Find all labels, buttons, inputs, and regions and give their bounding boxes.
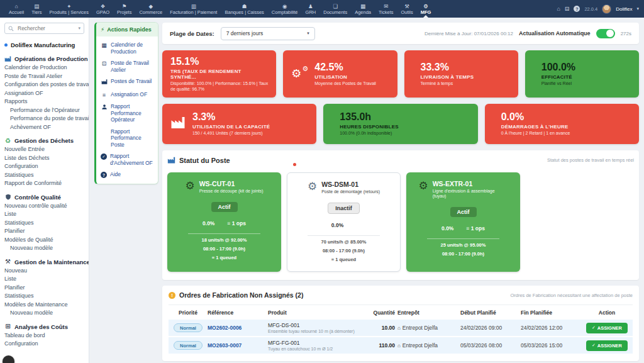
sidebar-item-qualite-statistiques[interactable]: Statistiques bbox=[4, 220, 84, 226]
workstation-card-ws-dsm-01[interactable]: ⚙ WS-DSM-01 Poste de démontage (retours)… bbox=[287, 172, 401, 272]
nav-item-mfg[interactable]: ⚙MFG bbox=[417, 0, 435, 18]
sidebar-item-modeles-maintenance[interactable]: Modèles de Maintenance bbox=[4, 302, 84, 308]
sidebar-item-configuration-postes[interactable]: Configuration des postes de travail bbox=[4, 82, 84, 88]
nav-item-outils[interactable]: ⚒Outils bbox=[397, 0, 417, 18]
sidebar-item-maintenance-nouveau-modele[interactable]: Nouveau modèle bbox=[4, 310, 84, 316]
floating-button[interactable] bbox=[3, 355, 14, 363]
sidebar-item-liste-dechets[interactable]: Liste des Déchets bbox=[4, 155, 84, 162]
quick-action-postes-de-travail[interactable]: Postes de Travail bbox=[96, 75, 158, 88]
quick-action-rapport-achevement-of[interactable]: ✓ Rapport d'Achèvement OF bbox=[96, 150, 158, 168]
sidebar-item-dechets-configuration[interactable]: Configuration bbox=[4, 164, 84, 170]
kpi-subtitle: Terminé à temps bbox=[421, 81, 474, 87]
left-sidebar: ▾ Doliflex Manufacturing Opérations de P… bbox=[0, 18, 89, 363]
sidebar-item-couts-configuration[interactable]: Configuration bbox=[4, 341, 84, 347]
sidebar-item-nouvelle-entree[interactable]: Nouvelle Entrée bbox=[4, 147, 84, 153]
bolt-icon: ⚡ bbox=[101, 26, 104, 33]
date-range-select[interactable]: 7 derniers jours ▾ bbox=[221, 27, 315, 40]
kpi-subtitle: 100.0% (0.0h indisponible) bbox=[340, 131, 398, 137]
rate-line: 70 units/h @ 85.00% bbox=[294, 239, 394, 245]
quick-action-calendrier-production[interactable]: ▦ Calendrier de Production bbox=[96, 38, 158, 57]
section-title: Ordres de Fabrication Non Assignés (2) bbox=[179, 291, 303, 299]
check-icon: ✓ bbox=[592, 325, 596, 330]
table-header-row: Priorité Référence Produit Quantité Entr… bbox=[169, 305, 633, 320]
utilization-value: 0.0% bbox=[331, 222, 343, 228]
divider bbox=[188, 233, 261, 234]
sidebar-item-rapports[interactable]: Rapports bbox=[4, 99, 84, 105]
nav-item-commerce[interactable]: ◆Commerce bbox=[135, 0, 166, 18]
organization-icon[interactable]: ⌂ bbox=[557, 6, 560, 12]
company-header[interactable]: Doliflex Manufacturing bbox=[4, 42, 84, 48]
kpi-subtitle: Planifié vs Réel bbox=[541, 81, 575, 87]
quick-action-rapport-performance-poste[interactable]: Rapport Performance Poste bbox=[96, 125, 158, 150]
nav-item-accueil[interactable]: ⌂Accueil bbox=[5, 0, 28, 18]
avatar[interactable] bbox=[602, 4, 611, 14]
warehouse-name: Entrepot Djelfa bbox=[402, 342, 438, 349]
assign-button[interactable]: ✓ ASSIGNER bbox=[586, 323, 628, 333]
search-icon bbox=[8, 26, 14, 31]
mo-reference-link[interactable]: MO2602-0006 bbox=[208, 325, 242, 331]
queued-line: ≡ 1 queued bbox=[294, 257, 394, 262]
sidebar-item-performance-operateur[interactable]: Performance de l'Opérateur bbox=[4, 108, 84, 114]
table-row: Normal MO2602-0006 MFG-DS-001 Ensemble t… bbox=[169, 320, 633, 337]
sidebar-item-maintenance-nouveau[interactable]: Nouveau bbox=[4, 268, 84, 274]
search-caret-icon[interactable]: ▾ bbox=[78, 26, 80, 31]
nav-item-comptabilite[interactable]: ◉Comptabilité bbox=[268, 0, 302, 18]
orders-table: Priorité Référence Produit Quantité Entr… bbox=[169, 304, 633, 355]
sidebar-item-qualite-liste[interactable]: Liste bbox=[4, 211, 84, 218]
product-description: Tuyau en caoutchouc 10 m Ø 1/2 bbox=[268, 347, 361, 351]
nav-item-facturation-paiement[interactable]: ▥Facturation | Paiement bbox=[166, 0, 221, 18]
sidebar-section-analyse-couts[interactable]: ⊞ Analyse des Coûts bbox=[4, 323, 84, 330]
nav-item-documents[interactable]: ❏Documents bbox=[319, 0, 351, 18]
nav-item-projets[interactable]: ⚑Projets bbox=[113, 0, 135, 18]
main-content: Plage de Dates: 7 derniers jours ▾ Derni… bbox=[162, 18, 639, 363]
workstation-name: WS-EXTR-01 bbox=[433, 180, 508, 187]
sidebar-item-dechets-statistiques[interactable]: Statistiques bbox=[4, 172, 84, 179]
sidebar-item-achevement-of[interactable]: Achèvement OF bbox=[4, 125, 84, 131]
quick-action-aide[interactable]: ? Aide bbox=[96, 168, 158, 180]
sidebar-section-controle-qualite[interactable]: Contrôle Qualité bbox=[4, 194, 84, 201]
product-code: MFG-FG-001 bbox=[268, 340, 361, 346]
printer-icon[interactable]: ⊟ bbox=[565, 6, 570, 12]
mrp-icon: ❖ bbox=[101, 3, 106, 9]
kpi-title: UTILISATION bbox=[314, 74, 376, 80]
kpi-efficacite: 100.0% EFFICACITÉ Planifié vs Réel bbox=[525, 50, 639, 98]
kpi-title: DÉMARRAGES À L'HEURE bbox=[501, 124, 570, 130]
search-input[interactable] bbox=[16, 25, 69, 32]
mo-reference-link[interactable]: MO2603-0007 bbox=[208, 342, 242, 349]
sidebar-section-gestion-dechets[interactable]: ♻ Gestion des Déchets bbox=[4, 137, 84, 144]
sidebar-item-poste-travail-atelier[interactable]: Poste de Travail Atelier bbox=[4, 74, 84, 80]
nav-item-gpao[interactable]: ❖GPAO bbox=[92, 0, 113, 18]
quick-action-assignation-of[interactable]: ≡ Assignation OF bbox=[96, 88, 158, 100]
sidebar-item-qualite-nouveau-modele[interactable]: Nouveau modèle bbox=[4, 245, 84, 252]
sidebar-item-assignation-of[interactable]: Assignation OF bbox=[4, 91, 84, 97]
workstation-card-ws-cut-01[interactable]: ⚙ WS-CUT-01 Presse de découpe (kit de jo… bbox=[167, 172, 281, 272]
workstation-card-ws-extr-01[interactable]: ⚙ WS-EXTR-01 Ligne d'extrusion & assembl… bbox=[406, 172, 520, 272]
nav-item-produits-services[interactable]: ✦Produits | Services bbox=[46, 0, 92, 18]
sidebar-item-maintenance-statistiques[interactable]: Statistiques bbox=[4, 293, 84, 299]
nav-item-agenda[interactable]: ▦Agenda bbox=[351, 0, 375, 18]
help-icon[interactable]: ? bbox=[574, 6, 580, 12]
sidebar-item-calendrier-production[interactable]: Calendrier de Production bbox=[4, 65, 84, 71]
sidebar-item-qualite-planifier[interactable]: Planifier bbox=[4, 228, 84, 235]
auto-refresh-toggle[interactable] bbox=[596, 29, 615, 38]
kpi-heures-disponibles: 135.0h HEURES DISPONIBLES 100.0% (0.0h i… bbox=[323, 104, 477, 144]
sidebar-item-rapport-conformite[interactable]: Rapport de Conformité bbox=[4, 181, 84, 187]
sidebar-section-operations-production[interactable]: Opérations de Production bbox=[4, 55, 84, 62]
nav-item-tickets[interactable]: ✉Tickets bbox=[375, 0, 397, 18]
user-icon bbox=[101, 104, 108, 111]
sidebar-item-modeles-qualite[interactable]: Modèles de Qualité bbox=[4, 237, 84, 243]
nav-item-tiers[interactable]: ▤Tiers bbox=[28, 0, 45, 18]
user-menu[interactable]: Doliflex bbox=[616, 6, 632, 12]
nav-item-banques-caisses[interactable]: ☗Banques | Caisses bbox=[221, 0, 267, 18]
sidebar-item-performance-poste[interactable]: Performance du poste de travail bbox=[4, 116, 84, 122]
sidebar-item-nouveau-controle-qualite[interactable]: Nouveau contrôle qualité bbox=[4, 203, 84, 209]
sidebar-section-maintenance[interactable]: ⚒ Gestion de la Maintenance ... bbox=[4, 259, 84, 265]
sidebar-item-maintenance-liste[interactable]: Liste bbox=[4, 276, 84, 282]
quick-action-rapport-performance-operateur[interactable]: Rapport Performance Opérateur bbox=[96, 100, 158, 125]
quick-action-poste-travail-atelier[interactable]: ⊡ Poste de Travail Atelier bbox=[96, 57, 158, 75]
nav-item-grh[interactable]: ♟GRH bbox=[302, 0, 320, 18]
sidebar-item-tableau-de-bord[interactable]: Tableau de bord bbox=[4, 333, 84, 339]
kpi-demarrages: 0.0% DÉMARRAGES À L'HEURE 0 À l'heure | … bbox=[485, 104, 639, 144]
assign-button[interactable]: ✓ ASSIGNER bbox=[586, 340, 628, 351]
sidebar-item-maintenance-planifier[interactable]: Planifier bbox=[4, 285, 84, 291]
